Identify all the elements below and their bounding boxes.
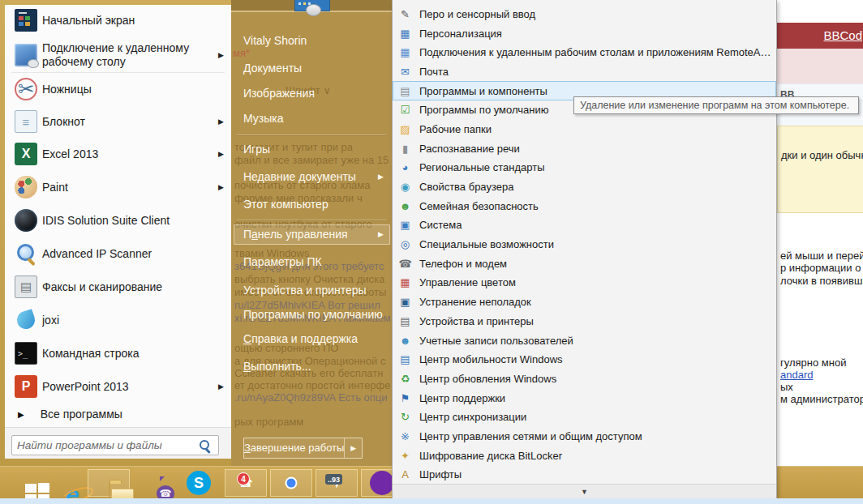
start-menu-program-item[interactable]: ✂ Ножницы ▶ [5,75,231,103]
internet-options-icon: ◉ [398,181,412,193]
network-sharing-icon: ※ [398,430,412,442]
shutdown-options-arrow[interactable]: ▶ [345,438,362,458]
start-menu-place-item[interactable]: Документы ▶ [234,58,390,79]
control-panel-item-label: Устранение неполадок [419,296,531,308]
control-panel-item[interactable]: ▦ Подключения к удаленным рабочим столам… [393,43,776,62]
start-menu-place-item[interactable]: Программы по умолчанию ▶ [234,305,390,325]
page-text-line: р информации о [780,262,861,274]
program-label: IDIS Solution Suite Client [42,214,215,228]
programs-and-features-icon: ▤ [398,85,412,97]
control-panel-item[interactable]: ▮ Распознавание речи [393,139,776,158]
scroll-down-strip[interactable]: ▼ [393,484,776,498]
start-menu-program-item[interactable]: joxi ▶ [5,306,231,334]
control-panel-item-label: Распознавание речи [419,143,520,155]
control-panel-item[interactable]: ↻ Центр синхронизации [393,408,776,427]
control-panel-item[interactable]: ☻ Семейная безопасность [393,196,776,216]
taskbar-internet-explorer[interactable]: e [47,469,84,497]
start-menu-program-item[interactable]: Начальный экран ▶ [5,6,231,34]
start-menu-program-item[interactable]: IDIS Solution Suite Client ▶ [5,207,231,234]
control-panel-item[interactable]: ◕ Региональные стандарты [393,158,776,177]
all-programs-item[interactable]: ▶ Все программы [5,404,231,425]
bottom-edge-strip [0,498,863,504]
control-panel-item[interactable]: ☎ Телефон и модем [393,254,776,273]
start-menu-program-item[interactable]: Paint ▶ [5,173,231,201]
control-panel-item[interactable]: ✎ Перо и сенсорный ввод [393,5,776,24]
item-label-post: ыполнить... [251,360,311,373]
start-menu-program-item[interactable]: Advanced IP Scanner ▶ [5,240,231,267]
start-menu-place-item[interactable]: Музыка ▶ [234,109,390,129]
start-menu-program-item[interactable]: P PowerPoint 2013 ▶ [5,373,231,400]
shutdown-button[interactable]: Завершение работы ▶ [243,438,363,459]
start-menu-place-item[interactable]: Этот компьютер ▶ [234,194,390,215]
start-menu-place-item[interactable]: Справка и поддержка ▶ [234,329,390,349]
control-panel-item[interactable]: ▤ Центр мобильности Windows [393,350,776,369]
taskbar-chrome[interactable] [270,469,312,497]
control-panel-item[interactable]: ♻ Центр обновления Windows [393,369,776,389]
work-folders-icon: ▨ [398,123,412,135]
control-panel-item[interactable]: ✉ Почта [393,62,776,82]
control-panel-item[interactable]: ⚑ Центр поддержки [393,388,776,408]
user-avatar[interactable] [294,0,330,11]
start-menu-program-item[interactable]: ▤ Факсы и сканирование ▶ [5,273,231,301]
user-name[interactable]: Vitaly Shorin [243,34,307,47]
ghost-text-line: ет достаточно простой интерфе [234,379,391,391]
panel-divider [237,220,386,220]
note-text: дки и один обычн [781,149,863,161]
control-panel-item[interactable]: A Шрифты [393,465,776,485]
start-button[interactable] [6,469,44,497]
item-label-pre: Программы по умолчанию [243,308,383,321]
control-panel-item-label: Центр обновления Windows [419,373,556,385]
start-menu-place-item[interactable]: Параметры ПК ▶ [234,252,390,272]
tooltip: Удаление или изменение программ на этом … [573,96,859,114]
item-label-pre: Недавние документы [243,170,356,183]
control-panel-item-label: Семейная безопасность [419,200,539,212]
search-input[interactable] [17,437,195,454]
item-access-key: В [243,360,251,373]
start-menu-right-panel: мя*Шрифт ∨тормозит и тупит при рафайл и … [231,0,392,466]
control-panel-item[interactable]: ☻ Учетные записи пользователей [393,331,776,350]
start-menu-place-item[interactable]: Панель управления ▶ [234,224,390,245]
taskbar-viber[interactable]: ☎ [135,469,172,497]
telegram-badge: ..93 [325,474,342,485]
control-panel-item[interactable]: ※ Центр управления сетями и общим доступ… [393,427,776,446]
color-management-icon: ▦ [398,276,412,288]
control-panel-item-label: Региональные стандарты [419,161,544,173]
control-panel-item[interactable]: ✦ Шифрование диска BitLocker [393,446,776,465]
start-menu-program-item[interactable]: ≡ Блокнот ▶ [5,108,231,135]
start-menu-place-item[interactable]: Недавние документы ▶ [234,167,390,187]
program-label: Подключение к удаленному [42,41,215,55]
control-panel-item[interactable]: ▣ Система [393,216,776,235]
control-panel-item[interactable]: ◎ Специальные возможности [393,235,776,254]
control-panel-item-label: Программы и компоненты [419,85,547,97]
taskbar-file-explorer[interactable] [88,469,130,497]
bbcode-link[interactable]: BBCod [823,28,862,42]
control-panel-item[interactable]: ◉ Свойства браузера [393,177,776,197]
control-panel-item[interactable]: ▨ Рабочие папки [393,120,776,139]
control-panel-item-label: Центр управления сетями и общим доступом [419,430,642,442]
action-center-icon: ⚑ [398,392,412,404]
start-menu-place-item[interactable]: Изображения ▶ [234,83,390,104]
pinned-programs-list: Начальный экран ▶ Подключение к удаленно… [5,5,231,427]
start-menu-program-item[interactable]: >_ Командная строка ▶ [5,340,231,367]
control-panel-item[interactable]: ▦ Персонализация [393,23,776,43]
control-panel-item[interactable]: ▦ Управление цветом [393,273,776,293]
item-label-pre: Изображения [243,87,315,100]
taskbar-telegram[interactable]: ➤ ..93 [316,469,358,497]
program-label: Advanced IP Scanner [42,247,215,261]
user-accounts-icon: ☻ [398,335,412,347]
start-menu-place-item[interactable]: Выполнить... ▶ [234,357,390,377]
item-access-key: С [243,332,251,345]
search-box[interactable] [11,435,219,455]
item-label-pre: Параметры ПК [243,255,322,268]
start-menu-program-item[interactable]: X Excel 2013 ▶ [5,140,231,168]
control-panel-item[interactable]: ▣ Устранение неполадок [393,293,776,312]
control-panel-item[interactable]: ▤ Устройства и принтеры [393,312,776,331]
start-menu-place-item[interactable]: Игры ▶ [234,139,390,160]
panel-divider [237,135,386,135]
control-panel-item-label: Специальные возможности [419,238,554,250]
taskbar-skype[interactable]: S [180,469,217,497]
start-menu-program-item[interactable]: Подключение к удаленному рабочему столу … [5,37,231,73]
taskbar-whatsapp[interactable]: ☎ 4 [225,469,267,497]
personalization-icon: ▦ [398,28,412,40]
start-menu-place-item[interactable]: Устройства и принтеры ▶ [234,280,390,301]
